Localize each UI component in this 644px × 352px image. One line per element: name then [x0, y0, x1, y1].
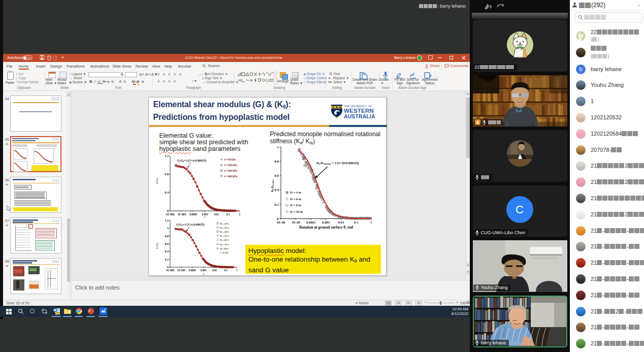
svg-text:0.001: 0.001	[322, 220, 330, 224]
svg-text:Kθ/Kθ,initial: Kθ/Kθ,initial	[271, 179, 274, 193]
svg-text:σ′=400 kPa: σ′=400 kPa	[224, 175, 237, 178]
svg-text:1E-006: 1E-006	[166, 269, 174, 272]
svg-text:1: 1	[239, 213, 240, 216]
svg-text:D = 8 m: D = 8 m	[289, 203, 301, 207]
svg-text:Dᵣ= 70%: Dᵣ= 70%	[220, 243, 229, 246]
svg-text:1: 1	[167, 227, 168, 230]
svg-text:0.1: 0.1	[224, 269, 228, 272]
svg-text:1E-006: 1E-006	[166, 213, 174, 216]
svg-text:Dᵣ= 60%: Dᵣ= 60%	[220, 239, 229, 241]
svg-text:Dᵣ= 30%: Dᵣ= 30%	[220, 227, 229, 229]
svg-text:D = 6 m: D = 6 m	[289, 197, 301, 201]
svg-text:1E-005: 1E-005	[177, 269, 185, 272]
svg-text:Dᵣ= 20%: Dᵣ= 20%	[220, 222, 229, 225]
svg-text:0.0001: 0.0001	[306, 220, 315, 224]
svg-text:0.1: 0.1	[354, 220, 359, 224]
svg-text:0.4: 0.4	[274, 188, 279, 192]
svg-text:Dᵣ= 40%: Dᵣ= 40%	[220, 231, 229, 233]
svg-text:1E-005: 1E-005	[177, 213, 186, 216]
svg-text:0: 0	[167, 209, 168, 212]
svg-text:Rotation at ground surface θ,: Rotation at ground surface θ, rad	[299, 225, 353, 230]
svg-text:0.1: 0.1	[226, 213, 230, 216]
svg-text:0.6: 0.6	[274, 174, 279, 178]
svg-text:1E-06: 1E-06	[276, 220, 285, 224]
svg-text:0.6: 0.6	[165, 242, 169, 245]
svg-text:0.4: 0.4	[165, 250, 169, 253]
svg-text:γ: γ	[202, 272, 204, 275]
svg-text:D = 10 m: D = 10 m	[289, 210, 303, 213]
svg-text:G/G0=1/(1+γ/0.00025): G/G0=1/(1+γ/0.00025)	[177, 158, 206, 163]
svg-text:0.01: 0.01	[338, 220, 344, 224]
svg-text:0.01: 0.01	[214, 213, 219, 216]
svg-text:G/G0=1/(1+γ/0.00025): G/G0=1/(1+γ/0.00025)	[176, 223, 205, 227]
svg-text:G/G0: G/G0	[155, 178, 159, 184]
svg-text:0.8: 0.8	[165, 235, 169, 238]
svg-text:D = 4 m: D = 4 m	[289, 190, 301, 194]
svg-text:Dᵣ= 45%: Dᵣ= 45%	[220, 235, 229, 237]
svg-text:σ′=50 kPa: σ′=50 kPa	[224, 158, 236, 161]
svg-text:1.2: 1.2	[165, 154, 169, 157]
svg-text:σ′=100 kPa: σ′=100 kPa	[224, 164, 237, 167]
svg-text:Dᵣ= 80%: Dᵣ= 80%	[220, 247, 229, 250]
svg-text:Kθ/Kθ,initial = 1/[1+(θ/0.0002: Kθ/Kθ,initial = 1/[1+(θ/0.00025)]	[316, 161, 359, 165]
svg-text:G/G0: G/G0	[155, 243, 159, 249]
svg-text:1E-05: 1E-05	[292, 220, 301, 224]
svg-text:P: P	[88, 309, 90, 313]
svg-text:0.0001: 0.0001	[188, 269, 196, 272]
svg-text:1: 1	[236, 269, 238, 272]
svg-text:0.8: 0.8	[274, 159, 279, 164]
svg-text:γ: γ	[203, 215, 205, 218]
svg-text:σ′=200 kPa: σ′=200 kPa	[224, 169, 237, 172]
svg-text:e′=0.762: e′=0.762	[220, 251, 229, 254]
svg-text:0.001: 0.001	[200, 269, 206, 272]
svg-text:0.2: 0.2	[165, 258, 169, 261]
svg-text:1: 1	[277, 145, 279, 149]
svg-text:0.2: 0.2	[274, 203, 279, 207]
svg-text:1.2: 1.2	[165, 219, 169, 222]
svg-text:0.01: 0.01	[212, 269, 217, 272]
svg-text:0.8: 0.8	[165, 172, 169, 176]
svg-text:1: 1	[370, 220, 372, 224]
svg-text:0.0001: 0.0001	[189, 213, 198, 216]
svg-text:0.4: 0.4	[165, 190, 169, 194]
